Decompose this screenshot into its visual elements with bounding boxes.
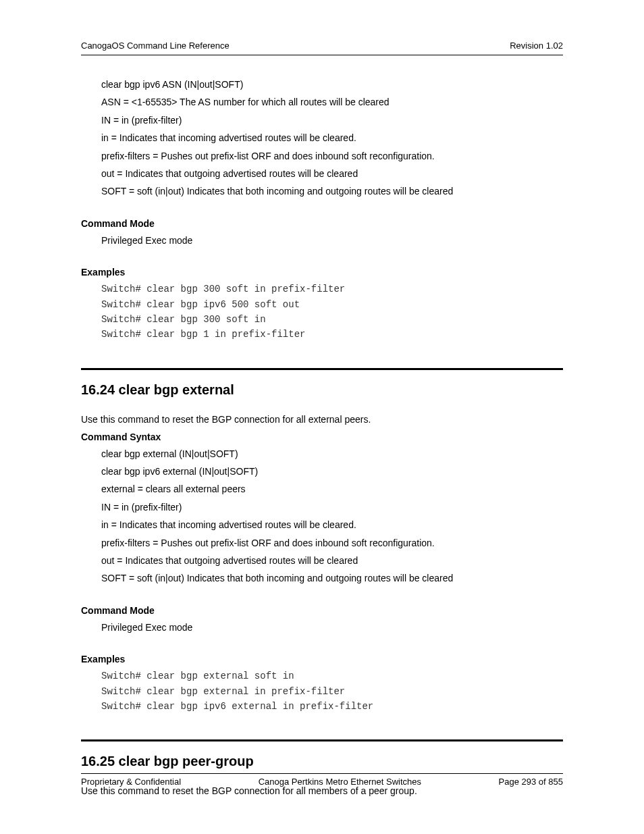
syntax-line: out = Indicates that outgoing advertised…: [101, 166, 563, 181]
page-header: CanogaOS Command Line Reference Revision…: [81, 41, 563, 55]
syntax-line: clear bgp ipv6 external (IN|out|SOFT): [101, 464, 563, 479]
syntax-line: SOFT = soft (in|out) Indicates that both…: [101, 184, 563, 199]
document-page: CanogaOS Command Line Reference Revision…: [0, 0, 644, 834]
syntax-line: prefix-filters = Pushes out prefix-list …: [101, 536, 563, 550]
syntax-line: out = Indicates that outgoing advertised…: [101, 553, 563, 568]
section-intro: Use this command to reset the BGP connec…: [81, 414, 563, 425]
section-heading-1625: 16.25 clear bgp peer-group: [81, 754, 563, 769]
page-footer: Proprietary & Confidential Canoga Pertki…: [81, 773, 563, 787]
syntax-line: clear bgp external (IN|out|SOFT): [101, 446, 563, 461]
syntax-line: in = Indicates that incoming advertised …: [101, 517, 563, 532]
syntax-line: IN = in (prefix-filter): [101, 113, 563, 128]
command-syntax-label: Command Syntax: [81, 432, 563, 442]
footer-center: Canoga Pertkins Metro Ethernet Switches: [259, 777, 421, 787]
syntax-line: clear bgp ipv6 ASN (IN|out|SOFT): [101, 77, 563, 92]
footer-left: Proprietary & Confidential: [81, 777, 181, 787]
command-mode-label: Command Mode: [81, 605, 563, 616]
syntax-block-upper: clear bgp ipv6 ASN (IN|out|SOFT) ASN = <…: [101, 77, 563, 199]
examples-code-block: Switch# clear bgp 300 soft in prefix-fil…: [101, 282, 563, 342]
section-intro: Use this command to reset the BGP connec…: [81, 785, 563, 796]
syntax-line: SOFT = soft (in|out) Indicates that both…: [101, 571, 563, 585]
header-right: Revision 1.02: [510, 41, 563, 51]
examples-label: Examples: [81, 267, 563, 278]
command-mode-value: Privileged Exec mode: [101, 620, 563, 635]
syntax-line: prefix-filters = Pushes out prefix-list …: [101, 149, 563, 163]
syntax-line: ASN = <1-65535> The AS number for which …: [101, 95, 563, 109]
command-mode-label: Command Mode: [81, 218, 563, 229]
examples-label: Examples: [81, 654, 563, 664]
syntax-line: external = clears all external peers: [101, 481, 563, 496]
section-heading-1624: 16.24 clear bgp external: [81, 382, 563, 398]
section-divider: [81, 739, 563, 741]
syntax-line: IN = in (prefix-filter): [101, 500, 563, 515]
header-left: CanogaOS Command Line Reference: [81, 41, 230, 51]
footer-right: Page 293 of 855: [499, 777, 563, 787]
command-mode-value: Privileged Exec mode: [101, 233, 563, 248]
syntax-block-1624: clear bgp external (IN|out|SOFT) clear b…: [101, 446, 563, 586]
section-divider: [81, 368, 563, 370]
syntax-line: in = Indicates that incoming advertised …: [101, 130, 563, 145]
examples-code-block: Switch# clear bgp external soft in Switc…: [101, 669, 563, 714]
